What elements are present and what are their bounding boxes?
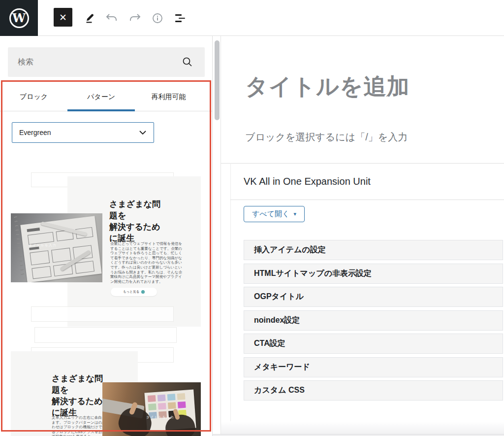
wordpress-logo[interactable]: W [0,0,38,36]
pattern2-heading: さまざまな問題を 解決するために誕生 [52,373,104,418]
pattern1-more-button[interactable]: もっと見る → [111,288,157,296]
accordion-item-ogp-title[interactable]: OGPタイトル [244,287,503,307]
undo-icon [105,13,118,24]
pattern-placeholder-box [31,306,174,322]
bottom-fade [221,421,504,434]
pattern1-body: 企業にとってウェブサイトで情報を発信をすることはとても重要なことです。企業のウェ… [110,241,182,284]
search-input[interactable] [8,47,205,77]
undo-button[interactable] [105,11,119,25]
accordion-item-cta[interactable]: CTA設定 [244,334,503,354]
accordion-item-meta-keywords[interactable]: メタキーワード [244,357,503,377]
pattern1-photo[interactable]: タイトルを入力 [11,213,102,282]
metabox-title: VK All in One Expansion Unit [244,176,371,187]
block-inserter-toggle-button[interactable]: ✕ [54,8,72,27]
metabox-title-rule [230,200,504,200]
inserter-tabs: ブロック パターン 再利用可能 [0,83,213,111]
chevron-down-icon [139,130,147,135]
tab-reusable[interactable]: 再利用可能 [135,83,202,111]
pattern-category-select[interactable]: Evergreen [12,122,154,143]
info-icon [152,12,163,24]
sidebar-scrollbar-thumb[interactable] [215,40,220,120]
tab-blocks[interactable]: ブロック [0,83,67,111]
bottom-strip [213,434,504,436]
expand-all-button[interactable]: すべて開く ▾ [244,206,305,222]
arrow-circle-icon: → [141,290,145,294]
tab-patterns[interactable]: パターン [67,83,135,111]
post-title-placeholder[interactable]: タイトルを追加 [245,71,410,102]
inserter-sidebar: ブロック パターン 再利用可能 Evergreen [0,36,213,436]
redo-button[interactable] [128,11,142,25]
accordion-item-custom-css[interactable]: カスタム CSS [244,380,503,401]
list-view-icon [175,14,185,22]
redo-icon [128,13,141,24]
photo-caption: タイトルを入力 [29,243,57,248]
editor-canvas: タイトルを追加 ブロックを選択するには「/」を入力 VK All in One … [213,36,504,436]
metabox-accordion-list: 挿入アイテムの設定 HTMLサイトマップの非表示設定 OGPタイトル noind… [244,240,503,404]
accordion-item-html-sitemap[interactable]: HTMLサイトマップの非表示設定 [244,264,503,284]
accordion-item-insert-items[interactable]: 挿入アイテムの設定 [244,240,503,260]
close-icon: ✕ [59,12,67,23]
wordpress-w-icon: W [9,8,29,28]
pattern2-photo[interactable]: タイトルを入力 [102,382,201,436]
editor-toolbar: W ✕ [0,0,504,36]
photo-caption: タイトルを入力 [146,415,174,420]
block-appender-placeholder[interactable]: ブロックを選択するには「/」を入力 [245,131,408,144]
pattern-placeholder-box [34,327,177,343]
canvas-left-border [220,36,221,436]
metabox-divider [221,163,504,164]
metabox-left-border [230,163,231,434]
wireframe-paper [20,216,101,282]
pencil-icon [83,12,95,24]
search-icon [181,56,194,68]
details-button[interactable] [151,11,164,25]
edit-mode-button[interactable] [82,11,96,25]
accordion-item-noindex[interactable]: noindex設定 [244,310,503,331]
list-view-button[interactable] [173,11,187,25]
pattern1-heading: さまざまな問題を 解決するために誕生 [109,199,161,244]
search-box [8,47,205,77]
selected-category: Evergreen [19,129,51,136]
caret-down-icon: ▾ [293,211,296,217]
